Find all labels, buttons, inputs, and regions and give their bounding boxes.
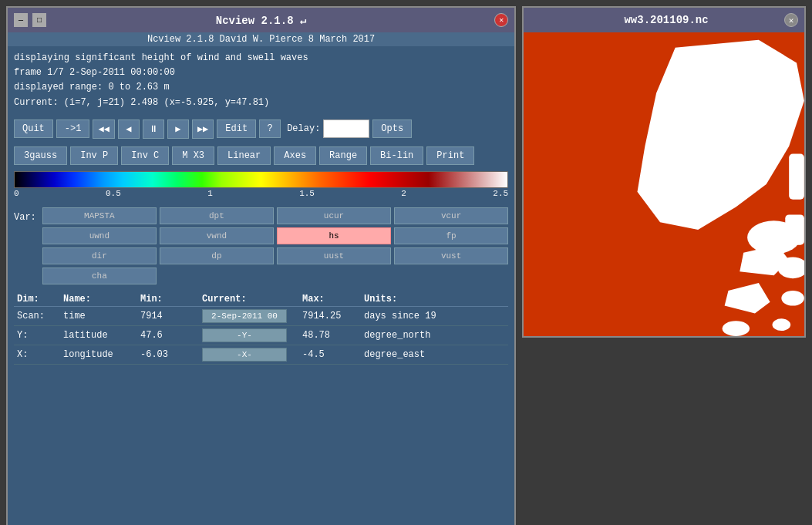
dim-y-units: degree_north	[361, 330, 508, 341]
header-max: Max:	[299, 294, 361, 305]
var-btn-dir[interactable]: dir	[42, 247, 157, 264]
dim-scan-current-container	[199, 309, 299, 323]
minimize-button[interactable]: —	[14, 13, 28, 27]
header-min: Min:	[137, 294, 199, 305]
range-button[interactable]: Range	[319, 146, 367, 165]
linear-button[interactable]: Linear	[217, 146, 271, 165]
var-btn-uwnd[interactable]: uwnd	[42, 227, 157, 244]
var-section: Var: MAPSTA dpt ucur vcur uwnd vwnd hs f…	[8, 203, 514, 289]
dim-y-label: Y:	[14, 330, 60, 341]
quit-button[interactable]: Quit	[14, 119, 53, 138]
land-island-4	[725, 283, 770, 313]
info-bar: Ncview 2.1.8 David W. Pierce 8 March 201…	[8, 32, 514, 46]
delay-label: Delay:	[287, 123, 320, 134]
ww3-map-canvas[interactable]	[524, 32, 804, 336]
pause-button[interactable]: ⏸	[143, 119, 164, 139]
dim-section: Dim: Name: Min: Current: Max: Units: Sca…	[8, 289, 514, 525]
colorbar-label-0: 0	[14, 189, 19, 198]
colorbar-section: 0 0.5 1 1.5 2 2.5	[8, 168, 514, 203]
dim-row-x: X: longitude -6.03 -4.5 degree_east	[14, 345, 508, 365]
dim-y-name: latitude	[60, 330, 137, 341]
3gauss-button[interactable]: 3gauss	[14, 146, 67, 165]
dim-scan-min: 7914	[137, 311, 199, 321]
colorbar-label-5: 2.5	[493, 189, 508, 198]
land-island-5	[773, 318, 791, 331]
colorbar	[14, 171, 508, 188]
step1-button[interactable]: ->1	[56, 119, 90, 138]
dim-x-units: degree_east	[361, 349, 508, 360]
controls-section: Quit ->1 ◀◀ ◀ ⏸ ▶ ▶▶ Edit ? Delay: Opts	[8, 115, 514, 143]
info-line-2: frame 1/7 2-Sep-2011 00:00:00	[14, 66, 508, 80]
header-dim: Dim:	[14, 294, 60, 305]
axes-button[interactable]: Axes	[274, 146, 316, 165]
prev-button[interactable]: ◀	[118, 119, 140, 139]
header-name: Name:	[60, 294, 137, 305]
print-button[interactable]: Print	[426, 146, 474, 165]
close-button[interactable]: ✕	[494, 13, 508, 27]
ww3-window: ww3.201109.nc ✕	[522, 6, 806, 338]
var-btn-vust[interactable]: vust	[394, 247, 508, 264]
dim-scan-current-input[interactable]	[202, 309, 287, 323]
var-btn-uust[interactable]: uust	[277, 247, 391, 264]
dim-y-min: 47.6	[137, 330, 199, 341]
info-line-4: Current: (i=7, j=21) 2.498 (x=-5.925, y=…	[14, 96, 508, 110]
var-grid: MAPSTA dpt ucur vcur uwnd vwnd hs fp dir…	[42, 207, 508, 284]
dim-x-max: -4.5	[299, 349, 361, 360]
var-btn-dp[interactable]: dp	[160, 247, 274, 264]
edit-button[interactable]: Edit	[217, 119, 256, 138]
colorbar-label-2: 1	[207, 189, 213, 198]
var-btn-vwnd[interactable]: vwnd	[160, 227, 274, 244]
dim-y-max: 48.78	[299, 330, 361, 341]
ww3-title-bar: ww3.201109.nc ✕	[524, 8, 804, 32]
delay-input[interactable]	[323, 119, 369, 138]
colorbar-label-3: 1.5	[299, 189, 315, 198]
map-svg	[524, 32, 804, 336]
title-bar: — □ Ncview 2.1.8 ↵ ✕	[8, 8, 514, 32]
var-btn-dpt[interactable]: dpt	[160, 207, 274, 224]
ww3-close-button[interactable]: ✕	[784, 13, 798, 27]
forward-button[interactable]: ▶▶	[192, 119, 214, 139]
functions-section: 3gauss Inv P Inv C M X3 Linear Axes Rang…	[8, 143, 514, 168]
colorbar-labels: 0 0.5 1 1.5 2 2.5	[14, 189, 508, 198]
dim-row-y: Y: latitude 47.6 48.78 degree_north	[14, 326, 508, 345]
header-units: Units:	[361, 294, 508, 305]
info-line-3: displayed range: 0 to 2.63 m	[14, 80, 508, 95]
dim-x-min: -6.03	[137, 349, 199, 360]
next-button[interactable]: ▶	[167, 119, 189, 139]
opts-button[interactable]: Opts	[372, 119, 412, 138]
var-btn-vcur[interactable]: vcur	[394, 207, 508, 224]
inv-p-button[interactable]: Inv P	[70, 146, 118, 165]
info-line-1: displaying significant height of wind an…	[14, 51, 508, 66]
land-right-1	[789, 154, 804, 200]
maximize-button[interactable]: □	[32, 13, 46, 27]
dim-y-current-container	[199, 328, 299, 342]
dim-y-current-input[interactable]	[202, 328, 287, 342]
var-btn-hs[interactable]: hs	[277, 227, 391, 244]
bi-lin-button[interactable]: Bi-lin	[370, 146, 423, 165]
rewind-button[interactable]: ◀◀	[93, 119, 114, 139]
dim-scan-units: days since 19	[361, 311, 508, 321]
inv-c-button[interactable]: Inv C	[121, 146, 169, 165]
dim-header: Dim: Name: Min: Current: Max: Units:	[14, 292, 508, 307]
dim-row-scan: Scan: time 7914 7914.25 days since 19	[14, 307, 508, 326]
dim-x-current-container	[199, 348, 299, 362]
land-island-3	[781, 291, 804, 306]
land-island-6	[723, 321, 750, 336]
ncview-main-window: — □ Ncview 2.1.8 ↵ ✕ Ncview 2.1.8 David …	[6, 6, 516, 525]
dim-scan-label: Scan:	[14, 311, 60, 321]
colorbar-label-1: 0.5	[106, 189, 121, 198]
var-btn-ucur[interactable]: ucur	[277, 207, 391, 224]
var-label: Var:	[14, 207, 36, 223]
var-btn-mapsta[interactable]: MAPSTA	[42, 207, 157, 224]
dim-scan-max: 7914.25	[299, 311, 361, 321]
window-title: Ncview 2.1.8 ↵	[60, 14, 462, 27]
ww3-window-title: ww3.201109.nc	[548, 14, 784, 26]
var-btn-fp[interactable]: fp	[394, 227, 508, 244]
dim-x-label: X:	[14, 349, 60, 360]
colorbar-label-4: 2	[401, 189, 406, 198]
var-btn-cha[interactable]: cha	[42, 268, 157, 284]
dim-scan-name: time	[60, 311, 137, 321]
dim-x-current-input[interactable]	[202, 348, 287, 362]
help-button[interactable]: ?	[259, 119, 281, 138]
m-x3-button[interactable]: M X3	[172, 146, 214, 165]
